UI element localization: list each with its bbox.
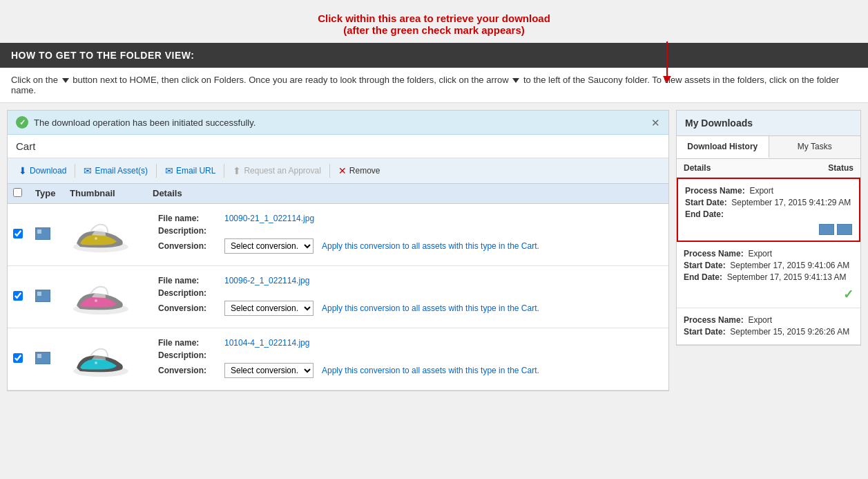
email-icon: ✉ [84,165,92,176]
email-assets-button[interactable]: ✉ Email Asset(s) [78,162,153,179]
tab-download-history[interactable]: Download History [677,136,769,158]
request-approval-button[interactable]: ⬆ Request an Approval [227,162,326,179]
remove-button[interactable]: ✕ Remove [333,162,386,179]
apply-link-2[interactable]: Apply this conversion to all assets with… [322,303,539,313]
annotation-line1: Click within this area to retrieve your … [0,12,868,24]
toolbar-separator-1 [75,164,75,178]
item-details-1: File name: 10090-21_1_022114.jpg Descrip… [153,214,663,256]
item-thumbnail-3 [70,335,132,384]
conversion-select-3[interactable]: Select conversion. [224,363,314,378]
annotation-area: Click within this area to retrieve your … [0,0,868,43]
downloads-scroll[interactable]: Process Name: Export Start Date: Septemb… [677,178,860,345]
download-entry-2: Process Name: Export Start Date: Septemb… [677,242,860,308]
item-details-2: File name: 10096-2_1_022114.jpg Descript… [153,276,663,319]
cart-item: File name: 10090-21_1_022114.jpg Descrip… [8,204,668,266]
item-type-icon-3 [35,352,50,364]
item-type-icon-1 [35,227,50,240]
download-entry-3: Process Name: Export Start Date: Septemb… [677,308,860,345]
item-checkbox-1[interactable] [13,229,23,238]
annotation-line2: (after the green check mark appears) [0,24,868,36]
annotation-arrow [666,41,668,83]
success-icon: ✓ [16,116,28,129]
email-url-button[interactable]: ✉ Email URL [160,162,221,179]
email-url-icon: ✉ [165,165,173,176]
download-file-icon-2 [837,224,852,235]
svg-point-1 [95,237,97,240]
download-icon: ⬇ [19,165,27,176]
apply-link-1[interactable]: Apply this conversion to all assets with… [322,241,539,251]
item-checkbox-3[interactable] [13,353,23,363]
cart-item: File name: 10104-4_1_022114.jpg Descript… [8,328,668,391]
approval-icon: ⬆ [233,165,241,176]
item-details-3: File name: 10104-4_1_022114.jpg Descript… [153,338,663,381]
folder-view-header: HOW TO GET TO THE FOLDER VIEW: [0,43,868,68]
conversion-select-2[interactable]: Select conversion. [224,301,314,316]
dropdown-arrow-icon-2 [512,78,519,83]
cart-panel: ✓ The download operation has been initia… [7,110,669,391]
instructions-text: Click on the button next to HOME, then c… [0,68,868,103]
tab-bar: Download History My Tasks [677,136,860,159]
cart-toolbar: ⬇ Download ✉ Email Asset(s) ✉ Email URL … [8,158,668,184]
conversion-select-1[interactable]: Select conversion. [224,238,314,254]
item-thumbnail-1 [70,211,132,259]
success-banner: ✓ The download operation has been initia… [8,111,668,135]
success-message: The download operation has been initiate… [34,118,255,128]
toolbar-separator-2 [156,164,157,178]
toolbar-separator-3 [224,164,224,178]
downloads-panel: My Downloads Download History My Tasks D… [676,110,861,346]
remove-icon: ✕ [338,165,347,176]
toolbar-separator-4 [329,164,330,178]
item-checkbox-2[interactable] [13,291,23,301]
check-icon: ✓ [843,287,853,302]
cart-item: File name: 10096-2_1_022114.jpg Descript… [8,266,668,328]
select-all-checkbox[interactable] [13,188,22,197]
svg-point-3 [95,299,97,302]
download-entry-1[interactable]: Process Name: Export Start Date: Septemb… [677,178,860,242]
svg-point-5 [95,361,97,364]
apply-link-3[interactable]: Apply this conversion to all assets with… [322,366,539,375]
column-headers: Details Status [677,159,860,178]
download-file-icon [819,224,834,235]
item-type-icon-2 [35,290,50,302]
item-thumbnail-2 [70,273,132,321]
download-button[interactable]: ⬇ Download [13,162,72,179]
downloads-header: My Downloads [677,111,860,136]
dropdown-arrow-icon [62,78,69,83]
cart-title: Cart [8,135,668,158]
main-layout: ✓ The download operation has been initia… [0,103,868,398]
close-banner-button[interactable]: ✕ [651,118,660,128]
table-header: Type Thumbnail Details [8,184,668,204]
tab-my-tasks[interactable]: My Tasks [769,136,861,158]
